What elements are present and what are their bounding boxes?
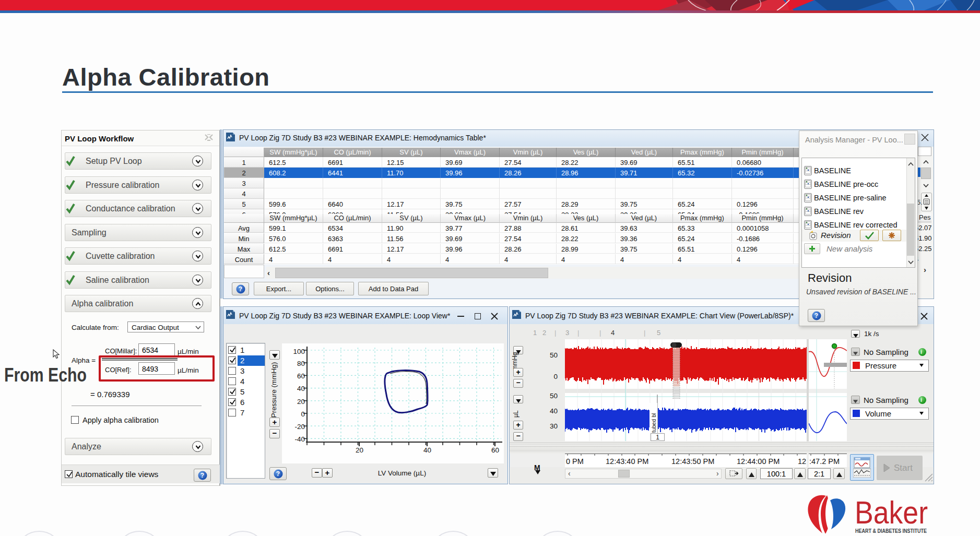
svg-text:Baker: Baker bbox=[855, 495, 928, 530]
svg-text:HEART & DIABETES INSTITUTE: HEART & DIABETES INSTITUTE bbox=[855, 528, 927, 534]
